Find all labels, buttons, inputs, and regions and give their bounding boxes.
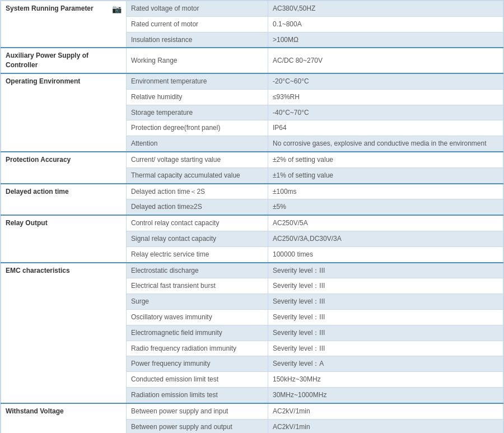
table-row: Auxiliary Power Supply of ControllerWork… [1,48,503,73]
param-cell: Electromagnetic field immunity [127,325,268,341]
table-row: Relay OutputControl relay contact capaci… [1,215,503,231]
value-cell: ±5% [268,199,503,215]
param-cell: Conducted emission limit test [127,372,268,388]
table-row: EMC characteristicsElectrostatic dischar… [1,263,503,278]
param-cell: Storage temperature [127,105,268,120]
value-cell: 150kHz~30MHz [268,372,503,388]
value-cell: -40°C~70°C [268,105,503,120]
param-cell: Signal relay contact capacity [127,231,268,246]
value-cell: Severity level：III [268,309,503,325]
value-cell: ±2% of setting value [268,152,503,167]
param-cell: Insulation resistance [127,32,268,48]
value-cell: AC250V/3A,DC30V/3A [268,231,503,246]
category-cell: Operating Environment [1,73,127,152]
param-cell: Oscillatory waves immunity [127,309,268,325]
category-cell: Relay Output [1,215,127,262]
value-cell: No corrosive gases, explosive and conduc… [268,136,503,152]
value-cell: Severity level：III [268,263,503,278]
value-cell: AC2kV/1min [268,403,503,419]
spec-table: System Running Parameter📷Rated voltage o… [0,0,504,433]
value-cell: AC2kV/1min [268,419,503,433]
category-cell: Protection Accuracy [1,152,127,184]
category-cell: System Running Parameter📷 [1,1,127,48]
value-cell: AC250V/5A [268,215,503,231]
value-cell: -20°C~60°C [268,73,503,89]
param-cell: Radio frequency radiation immunity [127,341,268,356]
camera-icon: 📷 [112,4,122,15]
value-cell: Severity level：III [268,341,503,356]
category-cell: EMC characteristics [1,263,127,403]
table-row: System Running Parameter📷Rated voltage o… [1,1,503,17]
value-cell: ±1% of setting value [268,167,503,183]
param-cell: Protection degree(front panel) [127,120,268,136]
param-cell: Attention [127,136,268,152]
category-cell: Withstand Voltage [1,403,127,433]
param-cell: Power frequency immunity [127,356,268,372]
value-cell: AC380V,50HZ [268,1,503,17]
value-cell: 0.1~800A [268,16,503,32]
param-cell: Relative humidity [127,89,268,105]
param-cell: Working Range [127,48,268,73]
value-cell: 30MHz~1000MHz [268,387,503,403]
value-cell: 100000 times [268,246,503,262]
value-cell: Severity level：A [268,356,503,372]
param-cell: Rated voltage of motor [127,1,268,17]
param-cell: Radiation emission limits test [127,387,268,403]
param-cell: Electrical fast transient burst [127,278,268,294]
param-cell: Control relay contact capacity [127,215,268,231]
table-row: Withstand VoltageBetween power supply an… [1,403,503,419]
param-cell: Between power supply and input [127,403,268,419]
category-cell: Delayed action time [1,184,127,216]
param-cell: Electrostatic discharge [127,263,268,278]
table-row: Delayed action timeDelayed action time＜2… [1,184,503,199]
param-cell: Environment temperature [127,73,268,89]
value-cell: Severity level：III [268,278,503,294]
param-cell: Relay electric service time [127,246,268,262]
value-cell: Severity level：III [268,294,503,310]
value-cell: ±100ms [268,184,503,199]
table-row: Operating EnvironmentEnvironment tempera… [1,73,503,89]
table-row: Protection AccuracyCurrent/ voltage star… [1,152,503,167]
param-cell: Between power supply and output [127,419,268,433]
category-cell: Auxiliary Power Supply of Controller [1,48,127,73]
param-cell: Surge [127,294,268,310]
param-cell: Current/ voltage starting value [127,152,268,167]
param-cell: Delayed action time≥2S [127,199,268,215]
param-cell: Delayed action time＜2S [127,184,268,199]
value-cell: AC/DC 80~270V [268,48,503,73]
param-cell: Rated current of motor [127,16,268,32]
value-cell: >100MΩ [268,32,503,48]
param-cell: Thermal capacity accumulated value [127,167,268,183]
value-cell: IP64 [268,120,503,136]
value-cell: ≤93%RH [268,89,503,105]
value-cell: Severity level：III [268,325,503,341]
